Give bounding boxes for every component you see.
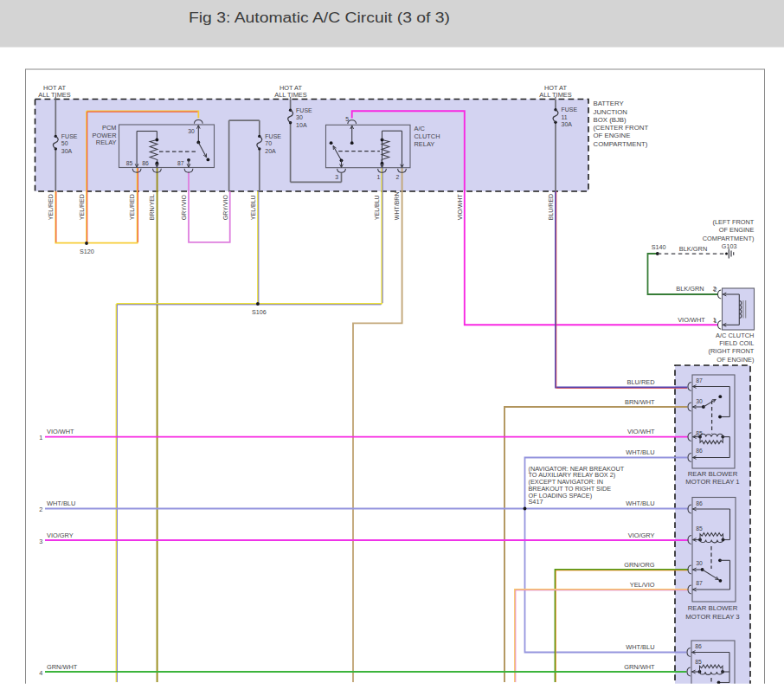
svg-text:GRY/VIO: GRY/VIO <box>181 195 187 221</box>
svg-text:S106: S106 <box>252 308 267 316</box>
svg-text:(CENTER FRONT: (CENTER FRONT <box>594 124 649 132</box>
svg-text:FUSE: FUSE <box>296 107 312 113</box>
svg-text:COMPARTMENT): COMPARTMENT) <box>594 140 648 148</box>
svg-text:VIO/WHT: VIO/WHT <box>627 428 655 435</box>
svg-text:86: 86 <box>695 643 702 649</box>
svg-text:A/C CLUTCH: A/C CLUTCH <box>716 332 754 339</box>
svg-text:30: 30 <box>296 114 303 120</box>
svg-text:FUSE: FUSE <box>562 106 578 113</box>
svg-text:30: 30 <box>696 560 703 566</box>
svg-text:WHT/BRN: WHT/BRN <box>394 192 400 221</box>
svg-text:REAR BLOWER: REAR BLOWER <box>688 604 738 612</box>
svg-text:HOT AT: HOT AT <box>280 84 302 92</box>
svg-text:YEL/BLU: YEL/BLU <box>374 195 380 220</box>
svg-text:YEL/RED: YEL/RED <box>129 194 135 220</box>
svg-text:87: 87 <box>177 160 184 166</box>
svg-text:G103: G103 <box>722 242 737 250</box>
svg-text:BLU/RED: BLU/RED <box>627 378 654 386</box>
svg-text:CLUTCH: CLUTCH <box>414 132 440 140</box>
svg-text:WHT/BLU: WHT/BLU <box>626 448 654 456</box>
svg-text:(RIGHT FRONT: (RIGHT FRONT <box>709 347 755 355</box>
svg-text:S140: S140 <box>652 243 666 251</box>
svg-text:FIELD COIL: FIELD COIL <box>719 339 754 347</box>
svg-text:VIO/GRY: VIO/GRY <box>628 532 655 539</box>
svg-text:30A: 30A <box>562 121 573 127</box>
svg-text:85: 85 <box>696 525 703 532</box>
svg-text:85: 85 <box>695 659 702 665</box>
svg-text:YEL/RED: YEL/RED <box>48 194 54 220</box>
svg-text:S417: S417 <box>529 498 543 506</box>
svg-text:10A: 10A <box>296 122 307 128</box>
svg-text:BRN/WHT: BRN/WHT <box>625 398 655 406</box>
svg-text:YEL/VIO: YEL/VIO <box>630 581 655 589</box>
svg-text:30: 30 <box>188 128 195 134</box>
svg-text:WHT/BLU: WHT/BLU <box>47 499 75 507</box>
svg-text:1: 1 <box>377 174 381 180</box>
svg-text:50: 50 <box>61 140 68 146</box>
svg-text:11: 11 <box>562 114 568 120</box>
svg-text:FUSE: FUSE <box>265 133 281 139</box>
svg-text:85: 85 <box>126 160 133 166</box>
svg-text:2: 2 <box>713 286 717 292</box>
svg-text:ALL TIMES: ALL TIMES <box>274 91 306 99</box>
svg-text:OF ENGINE): OF ENGINE) <box>717 356 754 364</box>
svg-text:REAR BLOWER: REAR BLOWER <box>688 470 738 478</box>
svg-text:86: 86 <box>696 448 703 454</box>
svg-text:BATTERY: BATTERY <box>594 100 625 107</box>
svg-text:86: 86 <box>696 500 703 506</box>
svg-text:87: 87 <box>696 580 703 586</box>
svg-text:RELAY: RELAY <box>414 140 435 148</box>
svg-text:OF ENGINE: OF ENGINE <box>719 226 755 234</box>
svg-text:RELAY: RELAY <box>96 139 117 146</box>
svg-text:VIO/WHT: VIO/WHT <box>678 316 705 324</box>
svg-text:BOX (BJB): BOX (BJB) <box>594 116 627 124</box>
svg-text:30A: 30A <box>61 148 73 154</box>
svg-text:BLK/GRN: BLK/GRN <box>676 285 704 293</box>
svg-text:YEL/RED: YEL/RED <box>79 194 85 220</box>
svg-text:ALL TIMES: ALL TIMES <box>38 91 70 99</box>
svg-text:GRN/WHT: GRN/WHT <box>47 663 78 671</box>
svg-text:GRY/VIO: GRY/VIO <box>222 195 228 221</box>
svg-text:85: 85 <box>696 430 703 436</box>
svg-text:1: 1 <box>39 434 42 441</box>
svg-text:3: 3 <box>39 538 42 545</box>
svg-text:COMPARTMENT): COMPARTMENT) <box>703 235 755 242</box>
svg-text:BRN/YEL: BRN/YEL <box>149 194 155 220</box>
svg-text:ALL TIMES: ALL TIMES <box>539 91 571 99</box>
svg-text:GRN/ORG: GRN/ORG <box>624 561 655 569</box>
svg-text:YEL/BLU: YEL/BLU <box>250 195 256 220</box>
svg-text:WHT/BLU: WHT/BLU <box>626 643 654 651</box>
svg-text:2: 2 <box>395 174 399 180</box>
svg-text:3: 3 <box>335 174 338 180</box>
svg-text:30: 30 <box>696 398 703 404</box>
svg-text:OF ENGINE: OF ENGINE <box>594 132 631 139</box>
svg-text:MOTOR RELAY 3: MOTOR RELAY 3 <box>685 613 739 621</box>
svg-text:MOTOR RELAY 1: MOTOR RELAY 1 <box>685 478 739 486</box>
svg-text:BLU/RED: BLU/RED <box>548 194 554 220</box>
svg-text:87: 87 <box>696 377 703 383</box>
svg-text:VIO/WHT: VIO/WHT <box>457 194 463 221</box>
svg-text:86: 86 <box>142 160 149 166</box>
svg-text:HOT AT: HOT AT <box>544 84 567 92</box>
svg-text:GRN/WHT: GRN/WHT <box>624 663 655 671</box>
svg-text:(LEFT FRONT: (LEFT FRONT <box>712 218 754 226</box>
svg-text:JUNCTION: JUNCTION <box>594 108 627 116</box>
svg-text:BLK/GRN: BLK/GRN <box>679 245 707 253</box>
svg-text:A/C: A/C <box>414 125 426 132</box>
svg-text:S120: S120 <box>80 248 94 255</box>
svg-text:70: 70 <box>265 140 272 146</box>
svg-text:HOT AT: HOT AT <box>43 84 66 92</box>
svg-text:VIO/WHT: VIO/WHT <box>47 428 74 435</box>
svg-text:2: 2 <box>39 506 42 513</box>
svg-text:VIO/GRY: VIO/GRY <box>47 532 74 539</box>
svg-text:Fig 3: Automatic A/C Circuit (: Fig 3: Automatic A/C Circuit (3 of 3) <box>189 10 450 25</box>
svg-text:20A: 20A <box>265 148 276 154</box>
svg-text:WHT/BLU: WHT/BLU <box>626 499 654 507</box>
svg-text:FUSE: FUSE <box>61 133 78 139</box>
svg-text:1: 1 <box>713 317 717 323</box>
svg-text:4: 4 <box>39 669 42 677</box>
